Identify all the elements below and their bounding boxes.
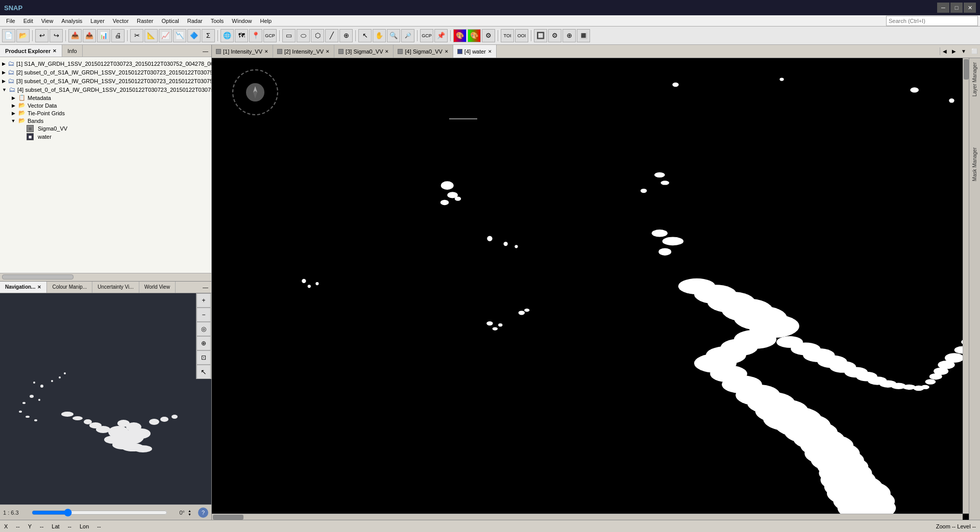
minimize-button[interactable]: ─ bbox=[937, 3, 949, 13]
nav-mini-map[interactable] bbox=[0, 293, 211, 505]
nav-sync[interactable]: ⊡ bbox=[197, 350, 211, 365]
maximize-button[interactable]: □ bbox=[950, 3, 963, 13]
toolbar-import[interactable]: 📥 bbox=[68, 29, 82, 42]
toolbar-ool[interactable]: OOI bbox=[515, 29, 528, 42]
tree-water[interactable]: ▶ ■ water bbox=[2, 133, 209, 141]
toolbar-color1[interactable]: 🎨 bbox=[453, 29, 467, 42]
h-scroll-thumb[interactable] bbox=[213, 515, 243, 520]
tab-world-view[interactable]: World View bbox=[139, 282, 176, 293]
toolbar-draw-poly[interactable]: ⬡ bbox=[311, 29, 324, 42]
nav-zoom-in[interactable]: + bbox=[197, 293, 211, 308]
zoom-slider[interactable] bbox=[32, 510, 167, 516]
toolbar-scatter[interactable]: 🔷 bbox=[187, 29, 201, 42]
close-tab-5[interactable]: ✕ bbox=[488, 49, 492, 54]
toolbar-more4[interactable]: 🔳 bbox=[577, 29, 590, 42]
toolbar-select[interactable]: ↖ bbox=[358, 29, 372, 42]
toolbar-pin[interactable]: 📌 bbox=[434, 29, 448, 42]
tree-item-4[interactable]: ▼ 🗂 [4] subset_0_of_S1A_IW_GRDH_1SSV_201… bbox=[2, 85, 209, 94]
expand-icon-2[interactable]: ▶ bbox=[2, 70, 6, 75]
toolbar-hand[interactable]: ✋ bbox=[373, 29, 386, 42]
expand-icon-4[interactable]: ▼ bbox=[2, 87, 7, 92]
close-tab-2[interactable]: ✕ bbox=[326, 49, 330, 54]
tab-nav-menu[interactable]: ▼ bbox=[959, 47, 969, 55]
nav-zoom-actual[interactable]: ⊕ bbox=[197, 336, 211, 350]
menu-optical[interactable]: Optical bbox=[157, 17, 183, 25]
horizontal-scrollbar[interactable] bbox=[0, 273, 211, 281]
toolbar-print[interactable]: 🖨 bbox=[111, 29, 125, 42]
toolbar-stats[interactable]: 📈 bbox=[159, 29, 172, 42]
nav-zoom-fit[interactable]: ◎ bbox=[197, 322, 211, 336]
tree-item-2[interactable]: ▶ 🗂 [2] subset_0_of_S1A_IW_GRDH_1SSV_201… bbox=[2, 68, 209, 77]
menu-view[interactable]: View bbox=[37, 17, 58, 25]
expand-tiepoint[interactable]: ▶ bbox=[10, 111, 16, 116]
close-tab-3[interactable]: ✕ bbox=[385, 49, 389, 54]
toolbar-geo2[interactable]: 🗺 bbox=[235, 29, 248, 42]
menu-analysis[interactable]: Analysis bbox=[57, 17, 86, 25]
tree-sigma0-vv[interactable]: ▶ ■ Sigma0_VV bbox=[2, 124, 209, 133]
tree-metadata[interactable]: ▶ 📋 Metadata bbox=[2, 94, 209, 102]
tree-area[interactable]: ▶ 🗂 [1] S1A_IW_GRDH_1SSV_20150122T030723… bbox=[0, 57, 211, 273]
layer-manager-panel[interactable]: Layer Manager bbox=[972, 62, 977, 96]
toolbar-draw-point[interactable]: ⊕ bbox=[339, 29, 353, 42]
menu-radar[interactable]: Radar bbox=[183, 17, 207, 25]
menu-layer[interactable]: Layer bbox=[86, 17, 109, 25]
toolbar-draw-rect[interactable]: ▭ bbox=[282, 29, 296, 42]
toolbar-undo[interactable]: ↩ bbox=[35, 29, 48, 42]
toolbar-more2[interactable]: ⚙ bbox=[548, 29, 561, 42]
toolbar-more1[interactable]: 🔲 bbox=[534, 29, 547, 42]
tab-intensity-vv-2[interactable]: [2] Intensity_VV ✕ bbox=[273, 45, 334, 58]
close-tab-4[interactable]: ✕ bbox=[445, 49, 449, 54]
toolbar-color3[interactable]: ⚙ bbox=[482, 29, 495, 42]
search-input[interactable] bbox=[886, 16, 978, 26]
tab-sigma0-vv-3[interactable]: [3] Sigma0_VV ✕ bbox=[334, 45, 394, 58]
bottom-panel-close[interactable]: — bbox=[200, 283, 211, 291]
tree-item-3[interactable]: ▶ 🗂 [3] subset_0_of_S1A_IW_GRDH_1SSV_201… bbox=[2, 77, 209, 85]
close-button[interactable]: ✕ bbox=[964, 3, 976, 13]
mask-manager-panel[interactable]: Mask Manager bbox=[972, 147, 977, 181]
toolbar-color2[interactable]: 🎨 bbox=[468, 29, 481, 42]
help-button[interactable]: ? bbox=[198, 508, 208, 518]
vertical-scrollbar[interactable] bbox=[963, 58, 969, 514]
toolbar-open[interactable]: 📂 bbox=[16, 29, 30, 42]
toolbar-sigma[interactable]: Σ bbox=[202, 29, 215, 42]
toolbar-gcp2[interactable]: GCP bbox=[420, 29, 433, 42]
toolbar-subset[interactable]: ✂ bbox=[130, 29, 143, 42]
menu-tools[interactable]: Tools bbox=[207, 17, 228, 25]
tree-bands[interactable]: ▼ 📂 Bands bbox=[2, 117, 209, 124]
tab-maximize[interactable]: ⬜ bbox=[969, 47, 980, 55]
v-scroll-thumb[interactable] bbox=[964, 59, 969, 80]
close-nav-tab[interactable]: ✕ bbox=[37, 285, 41, 290]
tree-vector-data[interactable]: ▶ 📂 Vector Data bbox=[2, 102, 209, 109]
expand-bands[interactable]: ▼ bbox=[10, 118, 16, 123]
toolbar-export[interactable]: 📤 bbox=[83, 29, 96, 42]
toolbar-histogram[interactable]: 📉 bbox=[173, 29, 186, 42]
horizontal-scrollbar-canvas[interactable] bbox=[212, 514, 963, 520]
menu-window[interactable]: Window bbox=[228, 17, 256, 25]
close-tab-1[interactable]: ✕ bbox=[264, 49, 268, 54]
tab-uncertainty[interactable]: Uncertainty Vi... bbox=[92, 282, 139, 293]
toolbar-more3[interactable]: ⊕ bbox=[562, 29, 576, 42]
toolbar-new[interactable]: 📄 bbox=[2, 29, 15, 42]
tree-item-1[interactable]: ▶ 🗂 [1] S1A_IW_GRDH_1SSV_20150122T030723… bbox=[2, 59, 209, 68]
toolbar-redo[interactable]: ↪ bbox=[50, 29, 63, 42]
menu-file[interactable]: File bbox=[2, 17, 19, 25]
toolbar-zoom-out[interactable]: 🔎 bbox=[401, 29, 414, 42]
toolbar-draw-ellipse[interactable]: ⬭ bbox=[297, 29, 310, 42]
expand-icon-3[interactable]: ▶ bbox=[2, 79, 6, 84]
tree-tiepoint[interactable]: ▶ 📂 Tie-Point Grids bbox=[2, 109, 209, 117]
toolbar-draw-line[interactable]: ╱ bbox=[325, 29, 338, 42]
menu-help[interactable]: Help bbox=[256, 17, 276, 25]
tab-sigma0-vv-4[interactable]: [4] Sigma0_VV ✕ bbox=[394, 45, 453, 58]
tab-nav-next[interactable]: ▶ bbox=[949, 47, 959, 55]
image-canvas[interactable]: Layer Manager Mask Manager bbox=[212, 58, 980, 520]
tab-colour-manip[interactable]: Colour Manip... bbox=[47, 282, 92, 293]
menu-vector[interactable]: Vector bbox=[109, 17, 133, 25]
expand-metadata[interactable]: ▶ bbox=[10, 95, 16, 100]
tab-navigation[interactable]: Navigation... ✕ bbox=[0, 282, 47, 293]
toolbar-gcp[interactable]: GCP bbox=[263, 29, 277, 42]
tab-intensity-vv-1[interactable]: [1] Intensity_VV ✕ bbox=[212, 45, 273, 58]
nav-zoom-out[interactable]: − bbox=[197, 308, 211, 322]
expand-icon-1[interactable]: ▶ bbox=[2, 61, 6, 66]
tab-nav-prev[interactable]: ◀ bbox=[940, 47, 949, 55]
toolbar-zoom-in[interactable]: 🔍 bbox=[387, 29, 400, 42]
